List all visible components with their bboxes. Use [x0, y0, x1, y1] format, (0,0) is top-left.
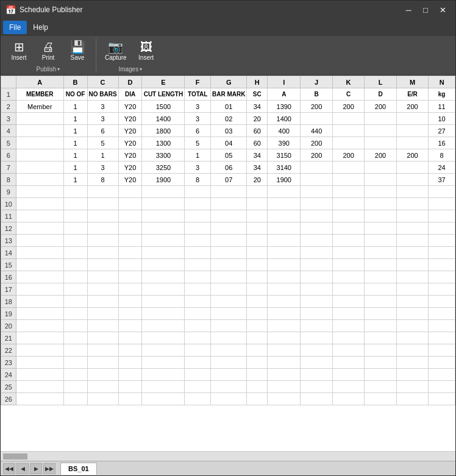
data-cell-r13-c6[interactable]: [211, 235, 247, 247]
data-cell-r12-c2[interactable]: [87, 222, 118, 235]
data-cell-r3-c2[interactable]: 3: [87, 113, 118, 125]
data-cell-r7-c13[interactable]: 24: [429, 162, 455, 174]
data-cell-r20-c5[interactable]: [185, 320, 211, 332]
header-cell-11[interactable]: D: [365, 88, 396, 101]
data-cell-r17-c9[interactable]: [301, 283, 332, 296]
data-cell-r23-c3[interactable]: [118, 357, 142, 369]
data-cell-r3-c12[interactable]: [396, 113, 428, 125]
data-cell-r8-c1[interactable]: 1: [63, 174, 87, 186]
tab-bs01[interactable]: BS_01: [60, 463, 97, 475]
data-cell-r6-c7[interactable]: 34: [247, 149, 268, 162]
data-cell-r13-c2[interactable]: [87, 235, 118, 247]
data-cell-r10-c9[interactable]: [301, 198, 332, 210]
data-cell-r9-c11[interactable]: [365, 186, 396, 198]
data-cell-r9-c13[interactable]: [429, 186, 455, 198]
data-cell-r2-c9[interactable]: 200: [301, 101, 332, 113]
data-cell-r24-c10[interactable]: [332, 369, 364, 381]
data-cell-r18-c12[interactable]: [396, 296, 428, 308]
data-cell-r6-c12[interactable]: 200: [396, 149, 428, 162]
data-cell-r17-c0[interactable]: [16, 283, 63, 296]
col-header-F[interactable]: F: [185, 76, 211, 88]
data-cell-r11-c4[interactable]: [142, 210, 185, 222]
data-cell-r21-c7[interactable]: [247, 332, 268, 344]
data-cell-r15-c13[interactable]: [429, 259, 455, 271]
data-cell-r19-c8[interactable]: [268, 308, 301, 320]
data-cell-r9-c6[interactable]: [211, 186, 247, 198]
data-cell-r13-c1[interactable]: [63, 235, 87, 247]
data-cell-r22-c9[interactable]: [301, 344, 332, 357]
data-cell-r26-c6[interactable]: [211, 393, 247, 405]
spreadsheet-container[interactable]: ABCDEFGHIJKLMN 1MEMBERNO OFNO BARSDIACUT…: [1, 76, 455, 451]
data-cell-r13-c4[interactable]: [142, 235, 185, 247]
data-cell-r26-c13[interactable]: [429, 393, 455, 405]
data-cell-r18-c5[interactable]: [185, 296, 211, 308]
data-cell-r25-c7[interactable]: [247, 381, 268, 393]
data-cell-r18-c1[interactable]: [63, 296, 87, 308]
col-header-J[interactable]: J: [301, 76, 332, 88]
data-cell-r11-c5[interactable]: [185, 210, 211, 222]
data-cell-r18-c2[interactable]: [87, 296, 118, 308]
data-cell-r9-c12[interactable]: [396, 186, 428, 198]
data-cell-r4-c5[interactable]: 6: [185, 125, 211, 137]
data-cell-r8-c12[interactable]: [396, 174, 428, 186]
header-cell-5[interactable]: TOTAL: [185, 88, 211, 101]
data-cell-r3-c4[interactable]: 1400: [142, 113, 185, 125]
data-cell-r3-c6[interactable]: 02: [211, 113, 247, 125]
data-cell-r15-c6[interactable]: [211, 259, 247, 271]
data-cell-r5-c4[interactable]: 1300: [142, 137, 185, 149]
data-cell-r10-c12[interactable]: [396, 198, 428, 210]
data-cell-r22-c3[interactable]: [118, 344, 142, 357]
data-cell-r24-c12[interactable]: [396, 369, 428, 381]
header-cell-7[interactable]: SC: [247, 88, 268, 101]
data-cell-r6-c11[interactable]: 200: [365, 149, 396, 162]
data-cell-r18-c13[interactable]: [429, 296, 455, 308]
data-cell-r11-c6[interactable]: [211, 210, 247, 222]
data-cell-r25-c6[interactable]: [211, 381, 247, 393]
data-cell-r16-c2[interactable]: [87, 271, 118, 283]
data-cell-r8-c10[interactable]: [332, 174, 364, 186]
data-cell-r26-c5[interactable]: [185, 393, 211, 405]
data-cell-r25-c4[interactable]: [142, 381, 185, 393]
data-cell-r22-c6[interactable]: [211, 344, 247, 357]
data-cell-r2-c8[interactable]: 1390: [268, 101, 301, 113]
data-cell-r21-c13[interactable]: [429, 332, 455, 344]
data-cell-r22-c0[interactable]: [16, 344, 63, 357]
header-cell-13[interactable]: kg: [429, 88, 455, 101]
data-cell-r4-c3[interactable]: Y20: [118, 125, 142, 137]
data-cell-r10-c5[interactable]: [185, 198, 211, 210]
data-cell-r12-c8[interactable]: [268, 222, 301, 235]
col-header-E[interactable]: E: [142, 76, 185, 88]
data-cell-r8-c6[interactable]: 07: [211, 174, 247, 186]
data-cell-r16-c10[interactable]: [332, 271, 364, 283]
data-cell-r19-c12[interactable]: [396, 308, 428, 320]
data-cell-r24-c5[interactable]: [185, 369, 211, 381]
data-cell-r3-c7[interactable]: 20: [247, 113, 268, 125]
data-cell-r9-c0[interactable]: [16, 186, 63, 198]
tab-next-btn[interactable]: ▶: [30, 463, 42, 474]
data-cell-r16-c9[interactable]: [301, 271, 332, 283]
data-cell-r7-c8[interactable]: 3140: [268, 162, 301, 174]
data-cell-r23-c2[interactable]: [87, 357, 118, 369]
data-cell-r23-c1[interactable]: [63, 357, 87, 369]
data-cell-r24-c0[interactable]: [16, 369, 63, 381]
data-cell-r15-c0[interactable]: [16, 259, 63, 271]
data-cell-r6-c8[interactable]: 3150: [268, 149, 301, 162]
h-scroll-bar[interactable]: [1, 451, 455, 461]
data-cell-r11-c1[interactable]: [63, 210, 87, 222]
data-cell-r10-c0[interactable]: [16, 198, 63, 210]
data-cell-r17-c6[interactable]: [211, 283, 247, 296]
data-cell-r9-c3[interactable]: [118, 186, 142, 198]
print-button[interactable]: 🖨 Print: [35, 38, 62, 63]
data-cell-r20-c1[interactable]: [63, 320, 87, 332]
data-cell-r19-c6[interactable]: [211, 308, 247, 320]
data-cell-r16-c5[interactable]: [185, 271, 211, 283]
data-cell-r24-c11[interactable]: [365, 369, 396, 381]
data-cell-r3-c5[interactable]: 3: [185, 113, 211, 125]
data-cell-r24-c13[interactable]: [429, 369, 455, 381]
data-cell-r23-c10[interactable]: [332, 357, 364, 369]
data-cell-r14-c8[interactable]: [268, 247, 301, 259]
data-cell-r11-c10[interactable]: [332, 210, 364, 222]
data-cell-r4-c7[interactable]: 60: [247, 125, 268, 137]
data-cell-r9-c2[interactable]: [87, 186, 118, 198]
data-cell-r14-c1[interactable]: [63, 247, 87, 259]
